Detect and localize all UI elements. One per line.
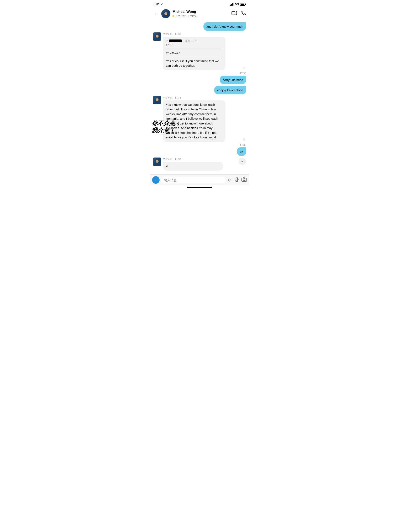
- contact-name: Micheal Wong: [172, 10, 229, 14]
- sender-name-6: Micheal，: [163, 96, 174, 99]
- bubble-sent-1: and i don't know you much: [203, 22, 246, 31]
- online-dot: [172, 15, 174, 17]
- battery-icon: [240, 3, 245, 6]
- status-bar: 10:17 5G: [150, 0, 249, 7]
- last-seen-text: 上次上线: 15 小时前: [175, 14, 197, 18]
- message-received-6: Micheal， 17:32 Yes I know that we don't …: [153, 96, 246, 142]
- phone-call-icon[interactable]: [241, 11, 246, 17]
- quoted-time: 17:27: [166, 43, 222, 47]
- avatar-body: [164, 15, 168, 18]
- sender-avatar-6: [153, 96, 161, 104]
- timestamp-1732: 17:32: [153, 144, 246, 146]
- svg-rect-2: [236, 177, 238, 180]
- message-received-2: Micheal， 17:30 ↵ , 星期二 的 17:27 You sure?…: [153, 32, 246, 70]
- sender-avatar-2: [153, 32, 161, 41]
- emoji-input-icon[interactable]: ☺: [227, 177, 232, 183]
- input-bar: + ☺: [150, 174, 249, 185]
- quoted-msg-2: ↵ , 星期二 的 17:27: [166, 39, 222, 49]
- bubble-wrapper-6: Micheal， 17:32 Yes I know that we don't …: [163, 96, 239, 142]
- status-time: 10:17: [154, 2, 163, 6]
- svg-point-6: [243, 178, 245, 181]
- avatar-fig-9: [153, 158, 161, 166]
- signal-icon: [230, 3, 234, 6]
- msg-time-2: 17:30: [175, 33, 181, 36]
- sender-avatar-9: [153, 158, 161, 166]
- nav-bar: ← Micheal Wong 上次上线: 15 小时前: [150, 7, 249, 20]
- bubble-received-2: ↵ , 星期二 的 17:27 You sure? Yes of course …: [163, 37, 226, 70]
- av-body-6: [155, 101, 159, 104]
- msg-meta-6: Micheal， 17:32: [163, 96, 239, 100]
- input-actions: ☺: [227, 177, 247, 183]
- bubble-sent-8: ok: [237, 147, 246, 156]
- redacted-text: , 星期二 的: [183, 39, 196, 43]
- av-head-6: [156, 98, 158, 101]
- msg-time-6: 17:32: [175, 96, 181, 99]
- av-body-2: [155, 38, 159, 41]
- bubble-wrapper-2: Micheal， 17:30 ↵ , 星期二 的 17:27 You sure?…: [163, 32, 239, 70]
- message-sent-4: sorry i do mind: [153, 76, 246, 84]
- avatar-fig-6: [153, 96, 161, 104]
- redacted-block: [169, 39, 182, 42]
- message-sent-5: i enjoy travel alone: [153, 86, 246, 94]
- svg-rect-0: [232, 12, 235, 15]
- add-icon: +: [155, 177, 157, 183]
- contact-avatar: [161, 9, 171, 18]
- msg-meta-2: Micheal， 17:30: [163, 32, 239, 36]
- status-icons: 5G: [230, 2, 245, 6]
- bubble-sent-5: i enjoy travel alone: [214, 86, 246, 94]
- timestamp-1730: 17:30: [153, 72, 246, 75]
- add-button[interactable]: +: [152, 176, 160, 184]
- bubble-text-italic: You sure?: [166, 51, 222, 55]
- video-call-icon[interactable]: [232, 11, 237, 16]
- quoted-meta-2: ↵ , 星期二 的: [166, 39, 222, 43]
- scroll-down-button[interactable]: [239, 158, 246, 165]
- network-label: 5G: [235, 2, 239, 6]
- bubble-wrapper-9: Micheal， 17:33 ↵: [163, 158, 236, 171]
- emoji-icon-6[interactable]: ☺: [242, 137, 246, 142]
- quoted-sender: ↵: [166, 39, 168, 43]
- contact-info: Micheal Wong 上次上线: 15 小时前: [172, 10, 229, 18]
- sender-name-2: Micheal，: [163, 33, 174, 36]
- home-bar: [187, 187, 212, 188]
- av-head-9: [156, 160, 158, 163]
- message-input[interactable]: [161, 177, 226, 184]
- sender-name-9: Micheal，: [163, 158, 174, 161]
- back-button[interactable]: ←: [153, 10, 159, 17]
- message-sent-8: ok: [153, 147, 246, 156]
- chat-area: 你不介意， 我介意！ and i don't know you much Mic…: [150, 20, 249, 174]
- bubble-text-body: Yes of course if you don't mind that we …: [166, 59, 222, 68]
- nav-actions: [232, 11, 246, 17]
- contact-status: 上次上线: 15 小时前: [172, 14, 229, 18]
- avatar-figure: [161, 9, 171, 18]
- message-sent-1: and i don't know you much: [153, 22, 246, 31]
- home-indicator: [150, 185, 249, 189]
- bubble-sent-4: sorry i do mind: [220, 76, 246, 84]
- msg-time-9: 17:33: [175, 158, 181, 161]
- svg-marker-1: [235, 12, 237, 15]
- bubble-received-9: ↵: [163, 162, 223, 171]
- bubble-received-6: Yes I know that we don't know each other…: [163, 100, 226, 142]
- msg-meta-9: Micheal， 17:33: [163, 158, 236, 161]
- av-body-9: [155, 163, 159, 166]
- emoji-icon-2[interactable]: ☺: [242, 65, 246, 70]
- av-head-2: [156, 35, 158, 38]
- avatar-head: [164, 12, 167, 15]
- avatar-fig-2: [153, 32, 161, 41]
- camera-icon[interactable]: [241, 177, 247, 183]
- mic-icon[interactable]: [234, 177, 239, 183]
- message-received-9: Micheal， 17:33 ↵: [153, 158, 246, 171]
